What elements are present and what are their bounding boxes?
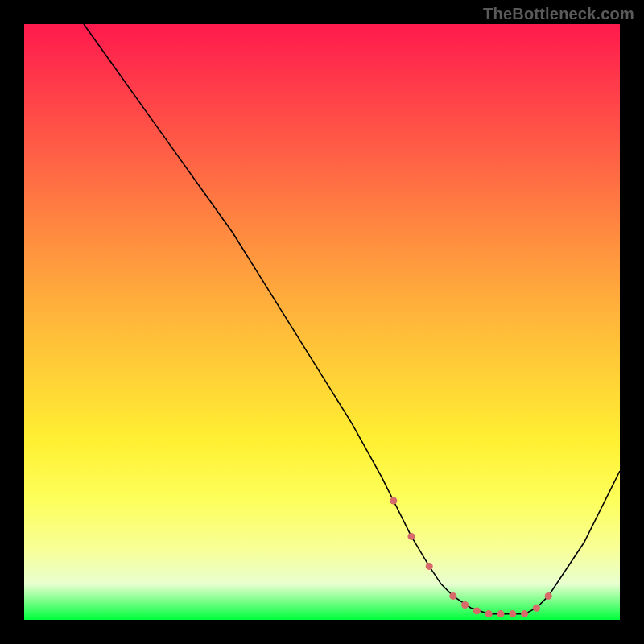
highlight-dot [509,610,516,617]
plot-area [24,24,620,620]
highlight-dot [461,601,469,609]
bottleneck-curve [84,24,620,614]
highlight-dot [533,605,540,612]
watermark-text: TheBottleneck.com [483,5,634,23]
highlight-dot [545,592,552,600]
highlight-dot [497,610,505,617]
highlight-dot [390,497,397,505]
highlight-dot [449,592,456,600]
highlight-dot [485,610,493,617]
highlight-dots-group [390,497,551,618]
highlight-dot [521,610,528,617]
chart-frame: TheBottleneck.com [0,0,644,644]
highlight-dot [473,607,481,614]
highlight-dot [408,533,415,540]
chart-svg [24,24,620,620]
highlight-dot [426,563,433,570]
